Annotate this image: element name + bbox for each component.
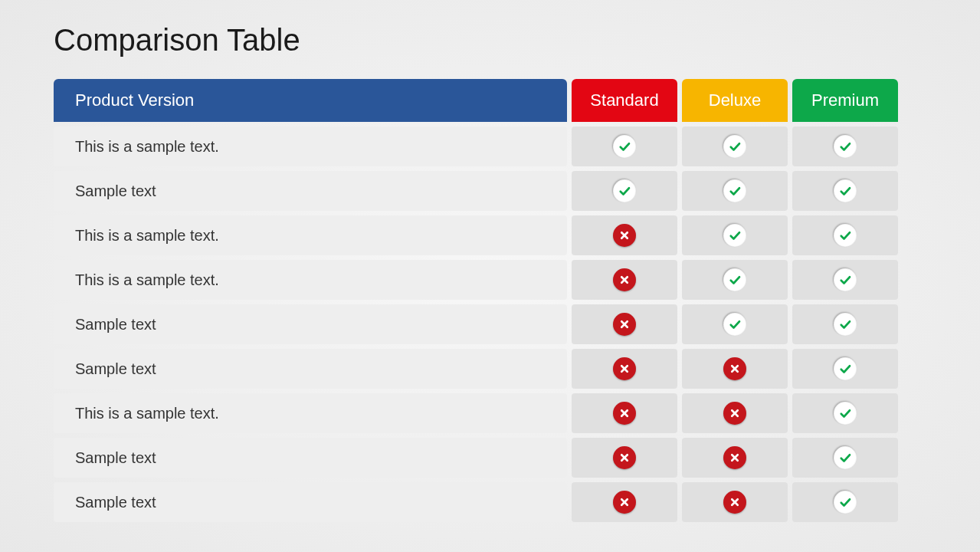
table-row: Sample text [54, 304, 926, 344]
cell-standard [572, 482, 677, 522]
header-standard: Standard [572, 79, 677, 122]
cross-icon [613, 268, 636, 291]
check-icon [834, 179, 857, 202]
feature-label: Sample text [54, 438, 567, 478]
cell-deluxe [682, 127, 788, 166]
check-icon [723, 135, 746, 158]
cell-premium [792, 171, 898, 211]
check-icon [723, 268, 746, 291]
check-icon [613, 135, 636, 158]
feature-label: This is a sample text. [54, 260, 567, 300]
cross-icon [723, 357, 746, 380]
cross-icon [613, 446, 636, 469]
cell-premium [792, 215, 898, 255]
table-header: Product Version Standard Deluxe Premium [54, 79, 926, 122]
table-row: This is a sample text. [54, 215, 926, 255]
cell-deluxe [682, 215, 788, 255]
table-row: Sample text [54, 349, 926, 389]
cell-deluxe [682, 482, 788, 522]
cell-deluxe [682, 304, 788, 344]
cross-icon [613, 357, 636, 380]
check-icon [834, 135, 857, 158]
check-icon [723, 179, 746, 202]
cell-deluxe [682, 438, 788, 478]
cross-icon [613, 224, 636, 247]
table-row: This is a sample text. [54, 260, 926, 300]
check-icon [834, 224, 857, 247]
cross-icon [723, 491, 746, 514]
cell-premium [792, 304, 898, 344]
check-icon [723, 313, 746, 336]
cell-standard [572, 127, 677, 166]
check-icon [834, 446, 857, 469]
table-row: Sample text [54, 438, 926, 478]
cross-icon [723, 446, 746, 469]
cell-premium [792, 127, 898, 166]
table-row: This is a sample text. [54, 127, 926, 166]
cell-standard [572, 260, 677, 300]
header-premium: Premium [792, 79, 898, 122]
cell-standard [572, 349, 677, 389]
cell-standard [572, 393, 677, 433]
check-icon [834, 268, 857, 291]
table-row: Sample text [54, 482, 926, 522]
comparison-table: Product Version Standard Deluxe Premium … [54, 79, 926, 522]
cross-icon [613, 491, 636, 514]
cell-standard [572, 215, 677, 255]
check-icon [723, 224, 746, 247]
cell-premium [792, 349, 898, 389]
table-row: Sample text [54, 171, 926, 211]
feature-label: This is a sample text. [54, 127, 567, 166]
check-icon [834, 491, 857, 514]
table-row: This is a sample text. [54, 393, 926, 433]
cross-icon [613, 313, 636, 336]
feature-label: Sample text [54, 171, 567, 211]
cross-icon [613, 402, 636, 425]
feature-label: This is a sample text. [54, 215, 567, 255]
check-icon [834, 402, 857, 425]
check-icon [834, 313, 857, 336]
header-feature: Product Version [54, 79, 567, 122]
check-icon [613, 179, 636, 202]
cell-premium [792, 438, 898, 478]
feature-label: Sample text [54, 349, 567, 389]
feature-label: Sample text [54, 304, 567, 344]
cell-premium [792, 482, 898, 522]
check-icon [834, 357, 857, 380]
cell-deluxe [682, 260, 788, 300]
feature-label: This is a sample text. [54, 393, 567, 433]
cell-deluxe [682, 171, 788, 211]
cell-standard [572, 171, 677, 211]
cell-deluxe [682, 349, 788, 389]
cell-standard [572, 438, 677, 478]
feature-label: Sample text [54, 482, 567, 522]
cross-icon [723, 402, 746, 425]
cell-standard [572, 304, 677, 344]
cell-premium [792, 393, 898, 433]
header-deluxe: Deluxe [682, 79, 788, 122]
cell-deluxe [682, 393, 788, 433]
page-title: Comparison Table [54, 23, 926, 58]
cell-premium [792, 260, 898, 300]
